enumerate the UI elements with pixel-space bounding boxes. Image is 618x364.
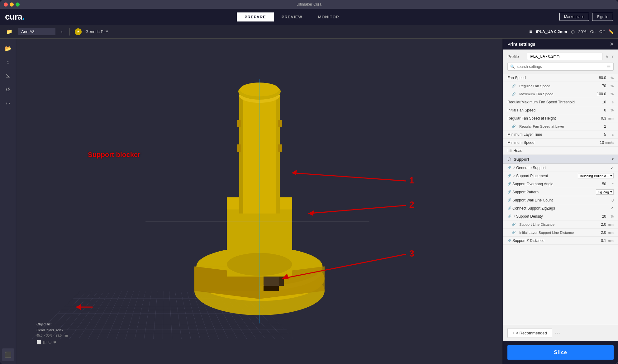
close-window-button[interactable] xyxy=(4,2,8,7)
setting-connect-zigzags[interactable]: 🔗 Connect Support ZigZags ✓ xyxy=(503,204,618,212)
obj-tool-2[interactable]: ◫ xyxy=(43,339,46,345)
setting-fan-threshold[interactable]: Regular/Maximum Fan Speed Threshold 10 s xyxy=(503,98,618,106)
tab-monitor[interactable]: MONITOR xyxy=(310,12,347,21)
object-list: Object list GearHolder_rev6 45.3 × 30.8 … xyxy=(36,322,68,345)
setting-support-placement-label: Support Placement xyxy=(516,174,578,178)
setting-fan-layer[interactable]: 🔗 Regular Fan Speed at Layer 2 xyxy=(503,122,618,130)
setting-support-z-distance[interactable]: 🔗 Support Z Distance 0.1 mm xyxy=(503,237,618,245)
sidebar-tool-move[interactable]: ↕ xyxy=(2,56,14,69)
search-input[interactable] xyxy=(517,64,605,69)
link-icon-pattern[interactable]: 🔗 xyxy=(507,190,511,194)
setting-generate-support[interactable]: 🔗 ↺ Generate Support ✓ xyxy=(503,164,618,172)
link-icon-density[interactable]: 🔗 xyxy=(507,215,511,218)
slice-button[interactable]: Slice xyxy=(507,345,614,360)
reset-icon-density[interactable]: ↺ xyxy=(512,215,515,218)
setting-support-line-distance[interactable]: 🔗 Support Line Distance 2.0 mm xyxy=(503,220,618,229)
setting-fan-height[interactable]: Regular Fan Speed at Height 0.3 mm xyxy=(503,114,618,122)
setting-support-pattern-label: Support Pattern xyxy=(512,190,596,194)
setting-support-density[interactable]: 🔗 ↺ Support Density 20 % xyxy=(503,212,618,220)
setting-max-fan-speed-unit: % xyxy=(607,92,614,96)
setting-lift-head[interactable]: Lift Head xyxy=(503,147,618,155)
link-icon-zigzag[interactable]: 🔗 xyxy=(507,206,511,210)
profile-name: iPLA_UA 0.2mm xyxy=(536,29,567,34)
close-panel-button[interactable]: ✕ xyxy=(610,41,614,47)
marketplace-button[interactable]: Marketplace xyxy=(559,13,589,21)
setting-support-pattern[interactable]: 🔗 Support Pattern Zig Zag ▾ xyxy=(503,188,618,196)
obj-tool-3[interactable]: ⬡ xyxy=(48,339,51,345)
setting-wall-line-count[interactable]: 🔗 Support Wall Line Count 0 xyxy=(503,196,618,204)
recommended-button[interactable]: ‹ < Recommended xyxy=(507,328,552,338)
link-icon-wall[interactable]: 🔗 xyxy=(507,198,511,202)
setting-fan-height-unit: mm xyxy=(607,116,614,120)
setting-overhang-angle-value: 50 xyxy=(594,182,606,186)
support-section-chevron: ▾ xyxy=(612,157,614,161)
profile-select[interactable]: iPLA_UA - 0.2mm xyxy=(527,53,602,60)
maximize-window-button[interactable] xyxy=(16,2,20,7)
main-window: Ultimaker Cura cura. PREPARE PREVIEW MON… xyxy=(0,0,618,364)
setting-min-layer-time-value: 5 xyxy=(594,132,606,137)
link-icon-placement[interactable]: 🔗 xyxy=(507,174,511,177)
expand-profile-button[interactable]: ▾ xyxy=(611,54,614,59)
traffic-lights xyxy=(4,2,20,7)
setting-initial-layer-support[interactable]: 🔗 Initial Layer Support Line Distance 2.… xyxy=(503,229,618,237)
link-icon-2[interactable]: 🔗 xyxy=(512,92,516,96)
link-icon-1[interactable]: 🔗 xyxy=(512,84,516,87)
toolbar: 📁 AnetA8 ‹ ★ Generic PLA ≡ iPLA_UA 0.2mm… xyxy=(0,25,618,39)
printer-selector[interactable]: AnetA8 xyxy=(18,28,55,35)
panel-bottom: ‹ < Recommended ··· xyxy=(503,325,618,341)
prev-printer-button[interactable]: ‹ xyxy=(59,28,64,36)
favorite-profile-button[interactable]: ★ xyxy=(605,54,609,59)
open-folder-button[interactable]: 📁 xyxy=(4,27,14,36)
setting-regular-fan-speed[interactable]: 🔗 Regular Fan Speed 70 % xyxy=(503,82,618,90)
obj-tool-1[interactable]: ⬜ xyxy=(36,339,41,345)
more-options-dots[interactable]: ··· xyxy=(555,330,561,336)
sidebar-tool-open[interactable]: 📂 xyxy=(2,42,14,55)
setting-max-fan-speed[interactable]: 🔗 Maximum Fan Speed 100.0 % xyxy=(503,90,618,98)
link-icon-3[interactable]: 🔗 xyxy=(512,125,516,128)
sidebar-tool-rotate[interactable]: ↺ xyxy=(2,83,14,96)
link-icon-overhang[interactable]: 🔗 xyxy=(507,182,511,186)
material-badge: ★ xyxy=(75,28,82,35)
svg-rect-24 xyxy=(237,144,241,152)
link-icon-init-layer[interactable]: 🔗 xyxy=(512,231,516,234)
setting-fan-threshold-unit: s xyxy=(607,100,614,104)
setting-overhang-angle[interactable]: 🔗 Support Overhang Angle 50 ° xyxy=(503,180,618,188)
setting-min-layer-time[interactable]: Minimum Layer Time 5 s xyxy=(503,130,618,139)
setting-max-fan-speed-value: 100.0 xyxy=(594,92,606,96)
sidebar-tool-mirror[interactable]: ⇔ xyxy=(2,97,14,110)
infill-percent: 20% xyxy=(578,29,587,34)
tab-preview[interactable]: PREVIEW xyxy=(274,12,310,21)
sidebar-tool-support-blocker[interactable]: ⬛ xyxy=(2,348,14,361)
panel-title: Print settings xyxy=(507,42,535,47)
reset-icon-gen-support[interactable]: ↺ xyxy=(512,166,515,169)
setting-min-layer-time-label: Minimum Layer Time xyxy=(507,132,594,137)
setting-support-placement[interactable]: 🔗 ↺ Support Placement Touching Buildpla.… xyxy=(503,172,618,180)
setting-support-pattern-dropdown[interactable]: Zig Zag ▾ xyxy=(596,189,614,195)
profile-menu-icon: ≡ xyxy=(529,29,532,35)
link-icon-z-dist[interactable]: 🔗 xyxy=(507,239,511,242)
settings-menu-icon[interactable]: ☰ xyxy=(607,64,611,69)
support-pattern-value: Zig Zag xyxy=(597,190,609,194)
minimize-window-button[interactable] xyxy=(10,2,14,7)
link-icon-line-dist[interactable]: 🔗 xyxy=(512,223,516,226)
setting-initial-fan[interactable]: Initial Fan Speed 0 % xyxy=(503,106,618,114)
setting-support-placement-dropdown[interactable]: Touching Buildpla... ▾ xyxy=(578,173,614,178)
sidebar-tool-scale[interactable]: ⇲ xyxy=(2,70,14,82)
signin-button[interactable]: Sign in xyxy=(592,13,613,21)
toolbar-separator xyxy=(69,28,70,35)
setting-min-speed[interactable]: Minimum Speed 10 mm/s xyxy=(503,139,618,147)
tab-prepare[interactable]: PREPARE xyxy=(237,12,274,21)
support-section-header[interactable]: ⬡ Support ▾ xyxy=(503,155,618,164)
setting-support-density-label: Support Density xyxy=(516,214,594,219)
setting-fan-speed[interactable]: Fan Speed 80.0 % xyxy=(503,74,618,82)
reset-icon-placement[interactable]: ↺ xyxy=(512,174,515,177)
svg-rect-19 xyxy=(276,96,280,214)
object-dimensions: 45.3 × 30.8 × 99.5 mm xyxy=(36,333,68,338)
viewport[interactable]: 1 2 3 Support blocker Object list GearHo… xyxy=(16,39,503,364)
setting-support-density-unit: % xyxy=(607,215,614,218)
link-icon-gen-support[interactable]: 🔗 xyxy=(507,166,511,169)
setting-wall-line-count-value: 0 xyxy=(601,198,614,202)
setting-regular-fan-speed-label: Regular Fan Speed xyxy=(517,84,594,88)
edit-profile-button[interactable]: ✏️ xyxy=(608,29,614,34)
obj-tool-4[interactable]: ✱ xyxy=(53,339,56,345)
